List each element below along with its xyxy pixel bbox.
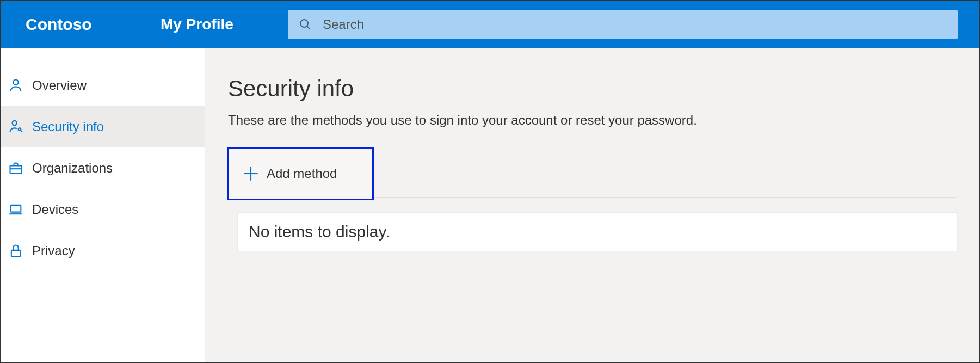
sidebar-item-overview[interactable]: Overview xyxy=(1,65,205,106)
toolbar: Add method xyxy=(227,147,957,200)
toolbar-remainder xyxy=(374,150,957,198)
person-icon xyxy=(8,78,23,93)
sidebar-item-label: Security info xyxy=(32,119,104,134)
svg-point-2 xyxy=(13,80,18,85)
sidebar: Overview Security info Or xyxy=(1,48,205,362)
sidebar-item-privacy[interactable]: Privacy xyxy=(1,230,205,272)
no-items-message: No items to display. xyxy=(237,212,958,251)
svg-line-1 xyxy=(307,26,310,29)
page-title: Security info xyxy=(228,76,958,102)
sidebar-item-security-info[interactable]: Security info xyxy=(1,106,205,147)
svg-rect-7 xyxy=(11,205,21,212)
svg-point-4 xyxy=(19,128,21,131)
sidebar-item-label: Overview xyxy=(32,78,87,93)
search-container xyxy=(288,10,958,39)
app-name: My Profile xyxy=(161,16,288,33)
header: Contoso My Profile xyxy=(1,1,979,48)
add-method-label: Add method xyxy=(267,166,337,181)
add-method-button[interactable]: Add method xyxy=(227,147,374,200)
content-wrapper: Overview Security info Or xyxy=(1,48,979,362)
page-subtitle: These are the methods you use to sign in… xyxy=(228,113,958,128)
laptop-icon xyxy=(8,202,23,217)
main-content: Security info These are the methods you … xyxy=(205,48,979,362)
sidebar-item-label: Devices xyxy=(32,202,78,217)
sidebar-item-devices[interactable]: Devices xyxy=(1,189,205,230)
svg-point-3 xyxy=(13,121,17,125)
plus-icon xyxy=(242,164,260,183)
lock-icon xyxy=(8,243,23,259)
search-input[interactable] xyxy=(323,17,947,32)
sidebar-item-label: Organizations xyxy=(32,161,113,176)
search-icon xyxy=(299,18,312,31)
sidebar-item-organizations[interactable]: Organizations xyxy=(1,147,205,189)
svg-rect-5 xyxy=(10,165,22,173)
svg-rect-9 xyxy=(11,250,20,257)
person-key-icon xyxy=(8,119,23,134)
svg-point-0 xyxy=(300,20,308,27)
brand-name: Contoso xyxy=(26,15,161,34)
search-box[interactable] xyxy=(288,10,958,39)
sidebar-item-label: Privacy xyxy=(32,243,75,259)
briefcase-icon xyxy=(8,161,23,176)
